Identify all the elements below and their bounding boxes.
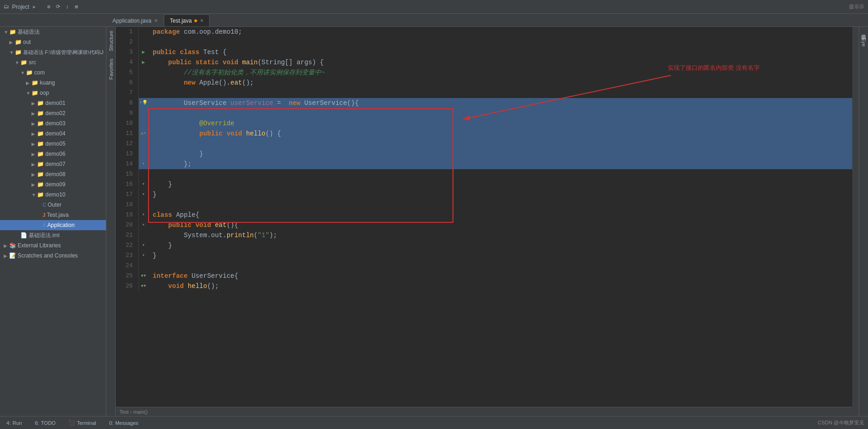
left-tab-favorites[interactable]: Favorites: [107, 55, 115, 83]
folder-icon-demo01: 📁: [37, 100, 44, 106]
gutter-6: [139, 78, 148, 88]
folder-icon-demo05: 📁: [37, 141, 44, 147]
sidebar-item-outer[interactable]: C Outer: [0, 200, 106, 210]
fold-icon-23[interactable]: ▾: [142, 251, 145, 261]
line-num-5: 5: [116, 67, 139, 78]
todo-tab-label: TODO: [41, 420, 56, 426]
sidebar-item-demo10[interactable]: 📁 demo10: [0, 190, 106, 200]
sidebar-item-out[interactable]: 📁 out: [0, 37, 106, 47]
tab-application-label: Application.java: [112, 18, 151, 24]
left-tab-structure[interactable]: Structure: [107, 27, 115, 55]
bottom-tab-terminal[interactable]: ⬛ Terminal: [66, 419, 99, 427]
sidebar-label-kuang: kuang: [40, 80, 55, 86]
terminal-tab-label: Terminal: [77, 420, 96, 426]
line-num-3: 3: [116, 47, 139, 57]
arrow-基础语法: [4, 30, 9, 35]
gutter-10: [139, 118, 148, 129]
fold-icon-20[interactable]: ▾: [142, 220, 145, 230]
bottom-tab-todo[interactable]: 6: TODO: [32, 419, 58, 427]
fold-icon-22[interactable]: ▾: [142, 240, 145, 251]
sync-icon[interactable]: ⟳: [54, 3, 62, 11]
tab-test-close[interactable]: ✕: [200, 18, 204, 23]
code-line-19: 19 ▾ class Apple{: [116, 210, 852, 220]
line-num-23: 23: [116, 251, 139, 261]
code-text-21: System.out.println("1");: [148, 230, 852, 240]
sidebar-item-iml[interactable]: 📄 基础语法.iml: [0, 230, 106, 240]
fold-icon-16[interactable]: ▾: [142, 179, 145, 190]
code-text-25: interface UserService{: [148, 271, 852, 281]
run-icon-3[interactable]: ▶: [142, 47, 145, 57]
run-icon-4[interactable]: ▶: [142, 57, 145, 67]
sidebar-item-com[interactable]: 📁 com: [0, 67, 106, 78]
sidebar-item-demo06[interactable]: 📁 demo06: [0, 149, 106, 159]
code-text-12: [148, 139, 852, 149]
line-num-11: 11: [116, 129, 139, 139]
code-area[interactable]: 实现了接口的匿名内部类 没有名字 1 package com.oop.demo1…: [116, 27, 852, 416]
code-line-13: 13 }: [116, 149, 852, 159]
tab-application[interactable]: Application.java ✕: [106, 14, 164, 26]
line-num-18: 18: [116, 200, 139, 210]
arrow-demo10: [31, 192, 37, 197]
arrow-demo02: [31, 111, 37, 116]
right-tab-hint[interactable]: 提示示: [859, 27, 868, 34]
csdn-watermark: CSDN @今晚梦里见: [818, 419, 864, 426]
sort-icon[interactable]: ↕: [63, 3, 71, 11]
code-line-23: 23 ▾ }: [116, 251, 852, 261]
gutter-5: [139, 67, 148, 78]
sidebar-item-demo04[interactable]: 📁 demo04: [0, 129, 106, 139]
settings-icon[interactable]: ⚙: [45, 3, 52, 11]
code-text-7: [148, 88, 852, 98]
annotation-text: 实现了接口的匿名内部类 没有名字: [668, 64, 760, 72]
sidebar-item-demo02[interactable]: 📁 demo02: [0, 108, 106, 118]
sidebar-item-scratches[interactable]: 📝 Scratches and Consoles: [0, 251, 106, 261]
tab-test[interactable]: Test.java ✕: [164, 14, 210, 26]
scroll-right[interactable]: [852, 27, 859, 416]
sidebar-item-demo08[interactable]: 📁 demo08: [0, 169, 106, 179]
hint-bar: 提示示: [849, 3, 864, 10]
arrow-demo03: [31, 121, 37, 126]
gutter-9: [139, 108, 148, 118]
fold-icon-14[interactable]: ▾: [142, 159, 145, 169]
tab-test-label: Test.java: [170, 18, 192, 24]
right-tabs: 提示示 Eye: [859, 27, 868, 416]
fold-icon-25[interactable]: ▼: [143, 271, 146, 281]
sidebar-item-application[interactable]: A Application: [0, 220, 106, 230]
bottom-tab-messages[interactable]: 0: Messages: [106, 419, 141, 427]
line-num-16: 16: [116, 179, 139, 190]
sidebar-item-基础语法-root[interactable]: 📁 基础语法 F:\班级管理\网课班\代码\J: [0, 47, 106, 57]
line-num-20: 20: [116, 220, 139, 230]
bottom-tab-run[interactable]: 4: Run: [4, 419, 25, 427]
gutter-4: ▶: [139, 57, 148, 67]
code-text-11: public void hello() {: [148, 129, 852, 139]
sidebar-item-demo05[interactable]: 📁 demo05: [0, 139, 106, 149]
folder-icon-out: 📁: [15, 39, 22, 45]
sidebar-item-demo03[interactable]: 📁 demo03: [0, 118, 106, 129]
fold-icon-19[interactable]: ▾: [142, 210, 145, 220]
expand-icon[interactable]: ⊞: [73, 3, 80, 11]
sidebar-item-external-libraries[interactable]: 📚 External Libraries: [0, 240, 106, 251]
sidebar-item-testjava[interactable]: J Test.java: [0, 210, 106, 220]
sidebar-item-oop[interactable]: 📁 oop: [0, 88, 106, 98]
sidebar-item-基础语法[interactable]: 📁 基础语法: [0, 27, 106, 37]
line-num-25: 25: [116, 271, 139, 281]
gutter-23: ▾: [139, 251, 148, 261]
sidebar-item-demo01[interactable]: 📁 demo01: [0, 98, 106, 108]
line-num-7: 7: [116, 88, 139, 98]
gutter-24: [139, 261, 148, 271]
fold-icon-11[interactable]: ▾: [143, 129, 146, 139]
fold-icon-26[interactable]: ▼: [143, 281, 146, 291]
code-line-11: 11 ⚠ ▾ public void hello() {: [116, 129, 852, 139]
breadcrumb-text: Test › main(): [119, 409, 148, 415]
sidebar-item-src[interactable]: 📁 src: [0, 57, 106, 67]
gutter-12: [139, 139, 148, 149]
sidebar-item-demo07[interactable]: 📁 demo07: [0, 159, 106, 169]
sidebar-item-demo09[interactable]: 📁 demo09: [0, 179, 106, 190]
folder-icon-demo03: 📁: [37, 120, 44, 127]
code-line-10: 10 @Override: [116, 118, 852, 129]
fold-icon-17[interactable]: ▾: [142, 190, 145, 200]
project-arrow[interactable]: [33, 4, 38, 10]
sidebar-item-kuang[interactable]: 📁 kuang: [0, 78, 106, 88]
right-tab-eye[interactable]: Eye: [860, 34, 868, 50]
sidebar-label-scratches: Scratches and Consoles: [18, 252, 78, 259]
tab-application-close[interactable]: ✕: [154, 18, 158, 23]
